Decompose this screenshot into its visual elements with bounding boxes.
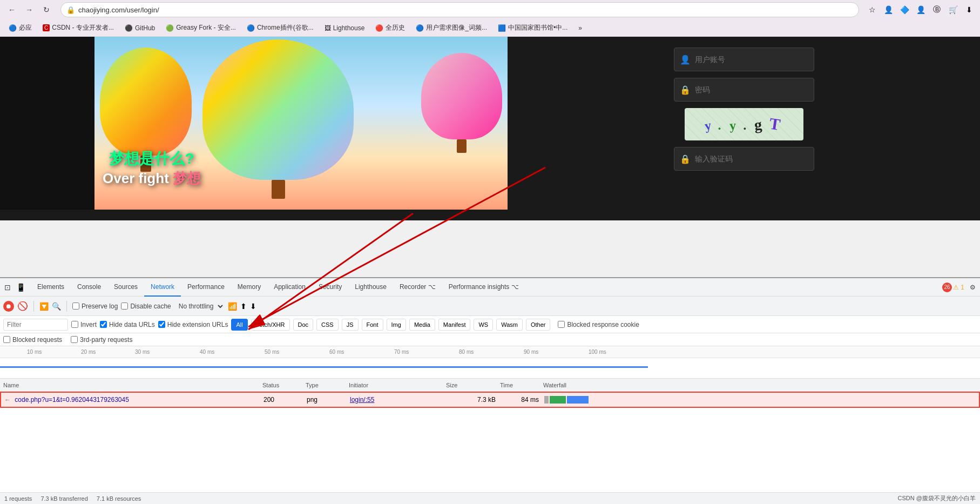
back-button[interactable]: ← [4,2,19,17]
bookmark-icon: 🔴 [375,24,383,32]
bookmark-label: 用户需求图像_词频... [426,23,487,32]
col-header-time[interactable]: Time [500,382,543,388]
col-header-waterfall[interactable]: Waterfall [543,382,977,388]
separator [33,301,34,312]
tab-memory[interactable]: Memory [231,278,267,297]
tab-security[interactable]: Security [312,278,348,297]
invert-checkbox[interactable]: Invert [71,321,97,328]
verify-code-input[interactable] [695,154,808,163]
bookmark-icon: 🔵 [247,24,255,32]
bookmark-label: GitHub [135,24,155,32]
filter-btn-fetch[interactable]: Fetch/XHR [251,319,290,331]
star-icon[interactable]: ☆ [866,3,878,16]
filter-bar: Invert Hide data URLs Hide extension URL… [0,316,980,333]
download-icon[interactable]: ⬇ [963,3,976,16]
filter-btn-ws[interactable]: WS [474,319,493,331]
network-icon1[interactable]: 📶 [228,302,237,311]
bookmark-greasyfork[interactable]: 🟢 Greasy Fork - 安全... [161,22,240,33]
tab-lighthouse[interactable]: Lighthouse [348,278,393,297]
record-button[interactable]: ⏺ [3,301,14,312]
filter-btn-manifest[interactable]: Manifest [438,319,471,331]
filter-btn-css[interactable]: CSS [316,319,339,331]
filter-btn-img[interactable]: Img [387,319,406,331]
devtools-settings-icon[interactable]: ⚙ [968,281,978,294]
col-header-size[interactable]: Size [446,382,500,388]
throttle-select[interactable]: No throttling [174,301,225,312]
tab-elements[interactable]: Elements [31,278,71,297]
hide-data-urls-checkbox[interactable]: Hide data URLs [100,321,155,328]
filter-icon: 🔽 [39,302,49,311]
filter-btn-media[interactable]: Media [409,319,435,331]
preserve-log-checkbox[interactable]: Preserve log [72,303,118,310]
captcha-image: y . y . g T [685,108,803,140]
password-input[interactable] [695,85,808,94]
extension-icon5[interactable]: 🛒 [947,3,959,16]
filter-btn-js[interactable]: JS [342,319,359,331]
reload-button[interactable]: ↻ [39,2,54,17]
bookmark-csdn[interactable]: C CSDN - 专业开发者... [38,22,118,33]
bookmark-label: Chrome插件(谷歌... [257,23,314,32]
col-header-status[interactable]: Status [262,382,306,388]
bookmark-library[interactable]: 🟦 中国国家图书馆•中... [494,22,572,33]
tab-application[interactable]: Application [267,278,312,297]
tab-recorder[interactable]: Recorder ⌥ [393,278,442,297]
lock-verify-icon: 🔒 [680,154,691,164]
bookmark-icon: 🟢 [166,24,174,32]
tab-console[interactable]: Console [71,278,107,297]
row-status: 200 [263,396,307,404]
bookmark-wallpaper[interactable]: 🖼 Lighthouse [320,23,369,33]
login-area: 👤 🔒 y . y . g T [508,37,980,220]
clear-button[interactable]: 🚫 [17,301,28,312]
bookmark-label: 必应 [19,23,32,32]
requests-count: 1 requests [4,495,32,502]
bookmark-history[interactable]: 🔴 全历史 [371,22,409,33]
search-icon[interactable]: 🔍 [52,302,61,311]
devtools-device-icon[interactable]: 📱 [14,281,28,294]
blocked-cookie-checkbox[interactable]: Blocked response cookie [558,321,639,328]
credit-text: CSDN @腹袋不灵光的小白羊 [898,494,976,502]
filter-btn-doc[interactable]: Doc [293,319,314,331]
bookmarks-bar: 🔵 必应 C CSDN - 专业开发者... ⚫ GitHub 🟢 Greasy… [0,19,980,37]
devtools-inspect-icon[interactable]: ⊡ [2,281,13,294]
filter-input[interactable] [3,319,68,331]
bookmark-icon: 🔵 [416,24,424,32]
bookmark-chrome-ext[interactable]: 🔵 Chrome插件(谷歌... [242,22,318,33]
disable-cache-checkbox[interactable]: Disable cache [121,303,171,310]
bookmark-github[interactable]: ⚫ GitHub [120,23,159,33]
filter-btn-all[interactable]: All [231,319,247,331]
network-table: Name Status Type Initiator Size Time Wat… [0,379,980,492]
upload-icon[interactable]: ⬆ [240,302,247,311]
tab-performance[interactable]: Performance [181,278,231,297]
download-icon2[interactable]: ⬇ [250,302,256,311]
forward-button[interactable]: → [22,2,37,17]
col-header-name[interactable]: Name [3,382,262,388]
third-party-checkbox[interactable]: 3rd-party requests [71,336,132,344]
blocked-requests-checkbox[interactable]: Blocked requests [3,336,62,344]
transferred-size: 7.3 kB transferred [40,495,87,502]
col-header-initiator[interactable]: Initiator [349,382,446,388]
address-bar[interactable]: 🔒 chaojiying.com/user/login/ [60,2,859,17]
bookmark-user-img[interactable]: 🔵 用户需求图像_词频... [411,22,491,33]
tab-sources[interactable]: Sources [107,278,144,297]
filter-btn-font[interactable]: Font [362,319,383,331]
extension-icon3[interactable]: 👤 [914,3,927,16]
username-input[interactable] [695,55,808,64]
bookmark-biying[interactable]: 🔵 必应 [4,22,36,33]
url-text: chaojiying.com/user/login/ [78,6,159,14]
devtools-panel: ⊡ 📱 Elements Console Sources Network Per… [0,277,980,504]
col-header-type[interactable]: Type [306,382,349,388]
filter-btn-other[interactable]: Other [526,319,551,331]
extension-icon1[interactable]: 👤 [882,3,895,16]
filter-btn-wasm[interactable]: Wasm [496,319,523,331]
table-row[interactable]: ← code.php?u=1&t=0.9620443179263045 200 … [0,392,980,408]
tab-perf-insights[interactable]: Performance insights ⌥ [442,278,525,297]
initiator-link[interactable]: login/:55 [350,396,374,404]
extension-icon2[interactable]: 🔷 [898,3,911,16]
timeline-ruler: 10 ms 20 ms 30 ms 40 ms 50 ms 60 ms 70 m… [0,346,980,358]
hide-ext-urls-checkbox[interactable]: Hide extension URLs [158,321,228,328]
tab-network[interactable]: Network [144,278,181,297]
bookmark-more[interactable]: » [574,23,586,33]
blue-timeline-bar [0,366,648,368]
extension-icon4[interactable]: Ⓑ [930,3,943,16]
bookmark-icon: 🖼 [325,24,331,32]
